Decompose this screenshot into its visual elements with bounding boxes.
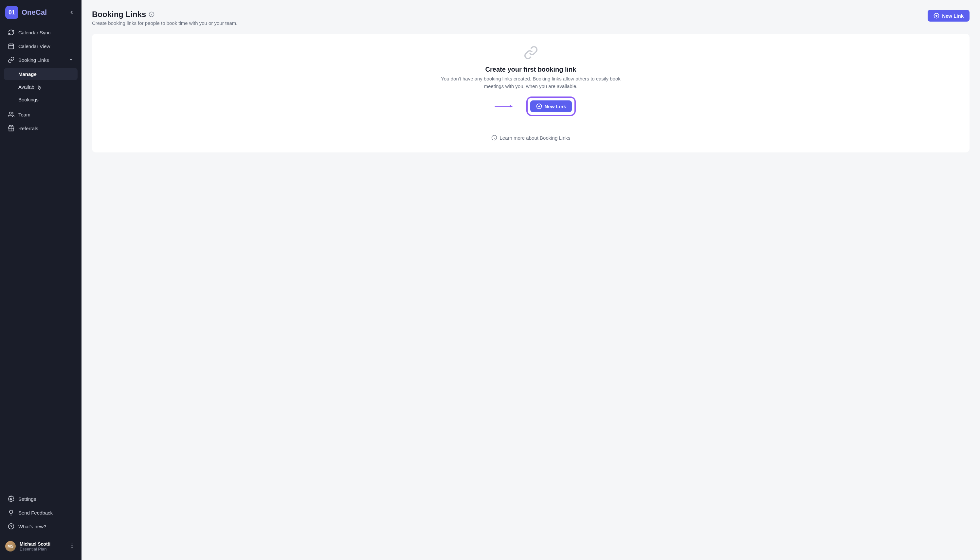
- team-icon: [8, 111, 14, 118]
- sidebar-item-feedback[interactable]: Send Feedback: [4, 506, 78, 520]
- user-menu-button[interactable]: [68, 542, 76, 551]
- user-name: Michael Scotti: [20, 542, 50, 547]
- page-title: Booking Links: [92, 10, 146, 19]
- logo-badge-text: 01: [8, 9, 15, 16]
- svg-point-12: [72, 547, 73, 548]
- calendar-icon: [8, 43, 14, 49]
- empty-title: Create your first booking link: [486, 66, 576, 73]
- nav-label: What's new?: [18, 524, 46, 529]
- info-icon[interactable]: [149, 12, 155, 17]
- sidebar-item-calendar-view[interactable]: Calendar View: [4, 39, 78, 53]
- more-vertical-icon: [69, 543, 75, 548]
- lightbulb-icon: [8, 509, 14, 516]
- nav-label: Settings: [18, 496, 36, 502]
- user-info: Michael Scotti Essential Plan: [20, 542, 50, 552]
- page-header: Booking Links Create booking links for p…: [92, 10, 970, 26]
- info-icon: [491, 135, 497, 141]
- subnav-item-availability[interactable]: Availability: [4, 81, 78, 93]
- sidebar-item-calendar-sync[interactable]: Calendar Sync: [4, 25, 78, 39]
- sidebar-collapse-button[interactable]: [67, 8, 76, 17]
- nav-label: Referrals: [18, 126, 38, 131]
- button-label: New Link: [545, 104, 566, 109]
- nav-list-lower: Team Referrals: [4, 108, 78, 135]
- sidebar-header: 01 OneCal: [4, 6, 78, 25]
- booking-subnav: Manage Availability Bookings: [4, 68, 78, 106]
- subnav-label: Bookings: [18, 97, 38, 102]
- plus-circle-icon: [536, 103, 542, 109]
- svg-rect-0: [9, 44, 14, 49]
- learn-more-label: Learn more about Booking Links: [500, 135, 571, 141]
- page-title-row: Booking Links: [92, 10, 237, 19]
- sidebar-footer-nav: Settings Send Feedback What's new?: [4, 492, 78, 533]
- svg-point-4: [9, 112, 12, 115]
- new-link-button-header[interactable]: New Link: [928, 10, 970, 22]
- nav-label: Send Feedback: [18, 510, 53, 515]
- subnav-label: Availability: [18, 84, 42, 90]
- cta-row: New Link: [486, 97, 576, 116]
- subnav-item-manage[interactable]: Manage: [4, 68, 78, 80]
- arrow-annotation-icon: [486, 105, 522, 108]
- avatar-initials: MS: [8, 544, 13, 548]
- svg-point-10: [72, 543, 73, 544]
- logo-text: OneCal: [22, 8, 47, 17]
- chevron-left-icon: [69, 10, 75, 15]
- sidebar-item-referrals[interactable]: Referrals: [4, 122, 78, 135]
- sidebar-item-whats-new[interactable]: What's new?: [4, 520, 78, 533]
- nav-list: Calendar Sync Calendar View Booking Link…: [4, 25, 78, 67]
- nav-label: Team: [18, 112, 30, 117]
- link-icon: [8, 57, 14, 63]
- empty-description: You don't have any booking links created…: [439, 75, 623, 90]
- main-content: Booking Links Create booking links for p…: [82, 0, 980, 560]
- sidebar: 01 OneCal Calendar Sync Calendar View Bo…: [0, 0, 82, 560]
- user-plan: Essential Plan: [20, 547, 50, 552]
- sync-icon: [8, 29, 14, 36]
- page-subtitle: Create booking links for people to book …: [92, 20, 237, 26]
- sidebar-item-settings[interactable]: Settings: [4, 492, 78, 506]
- subnav-item-bookings[interactable]: Bookings: [4, 93, 78, 106]
- plus-circle-icon: [933, 13, 940, 18]
- chevron-down-icon: [68, 57, 73, 63]
- highlight-frame: New Link: [526, 97, 576, 116]
- new-link-button-cta[interactable]: New Link: [530, 100, 572, 112]
- nav-label: Booking Links: [18, 57, 49, 63]
- button-label: New Link: [942, 13, 963, 18]
- learn-more-link[interactable]: Learn more about Booking Links: [491, 135, 571, 141]
- svg-point-7: [10, 498, 12, 500]
- gift-icon: [8, 125, 14, 132]
- empty-state: Create your first booking link You don't…: [439, 45, 623, 141]
- help-icon: [8, 523, 14, 530]
- svg-point-11: [72, 545, 73, 546]
- logo[interactable]: 01 OneCal: [5, 6, 47, 19]
- page-header-text: Booking Links Create booking links for p…: [92, 10, 237, 26]
- svg-marker-20: [510, 105, 513, 108]
- gear-icon: [8, 495, 14, 502]
- nav-label: Calendar Sync: [18, 30, 50, 35]
- sidebar-item-team[interactable]: Team: [4, 108, 78, 122]
- content-card: Create your first booking link You don't…: [92, 34, 970, 152]
- link-large-icon: [524, 45, 538, 61]
- logo-badge: 01: [5, 6, 18, 19]
- nav-label: Calendar View: [18, 43, 50, 49]
- sidebar-item-booking-links[interactable]: Booking Links: [4, 53, 78, 67]
- subnav-label: Manage: [18, 71, 37, 77]
- user-row: MS Michael Scotti Essential Plan: [4, 538, 78, 554]
- avatar[interactable]: MS: [5, 541, 16, 552]
